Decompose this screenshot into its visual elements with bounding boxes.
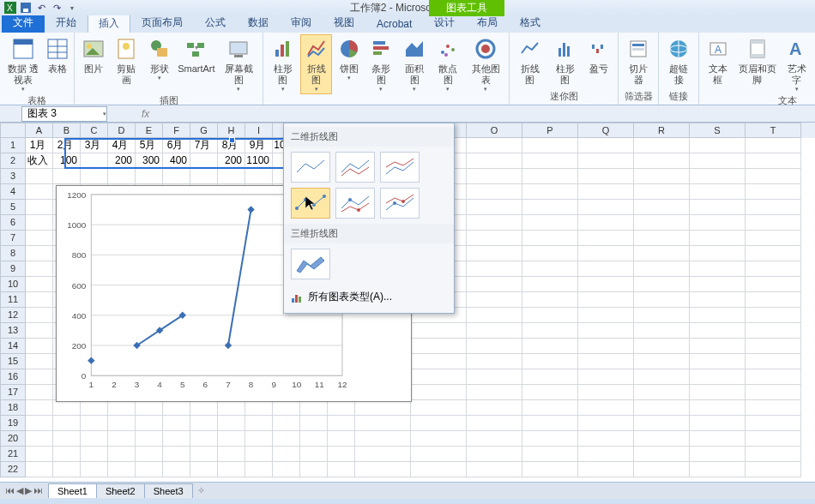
cell[interactable]	[163, 462, 190, 477]
cell[interactable]	[300, 447, 328, 462]
cell[interactable]	[467, 231, 522, 246]
cell[interactable]	[136, 169, 163, 184]
slicer-button[interactable]: 切片器	[622, 34, 655, 87]
column-header[interactable]: O	[467, 123, 522, 138]
cell[interactable]	[634, 385, 690, 400]
cell[interactable]	[578, 416, 634, 431]
row-header[interactable]: 13	[0, 323, 26, 339]
cell[interactable]	[411, 369, 467, 385]
cell[interactable]	[634, 215, 690, 231]
cell[interactable]	[746, 169, 801, 184]
cell[interactable]	[690, 277, 746, 292]
cell[interactable]	[26, 369, 53, 385]
cell[interactable]	[190, 169, 218, 184]
column-header[interactable]: D	[108, 123, 136, 138]
cell[interactable]	[522, 215, 578, 231]
cell[interactable]: 6月	[163, 138, 190, 153]
column-header[interactable]: R	[634, 123, 690, 138]
area-chart-button[interactable]: 面积图▾	[399, 34, 431, 94]
cell[interactable]	[300, 416, 328, 431]
cell[interactable]	[355, 400, 411, 416]
cell[interactable]	[690, 200, 746, 215]
cell[interactable]	[467, 308, 522, 323]
cell[interactable]	[522, 354, 578, 369]
cell[interactable]	[328, 431, 355, 447]
namebox-dropdown-icon[interactable]: ▾	[103, 111, 106, 117]
cell[interactable]	[467, 447, 522, 462]
cell[interactable]	[245, 400, 273, 416]
cell[interactable]	[26, 416, 53, 431]
cell[interactable]	[467, 184, 522, 200]
tab-insert[interactable]: 插入	[88, 14, 130, 33]
cell[interactable]	[746, 308, 801, 323]
cell[interactable]	[81, 416, 108, 431]
cell[interactable]	[467, 200, 522, 215]
bar-chart-button[interactable]: 条形图▾	[365, 34, 397, 94]
cell[interactable]	[746, 323, 801, 339]
row-header[interactable]: 1	[0, 138, 26, 153]
cell[interactable]	[746, 447, 801, 462]
cell[interactable]	[522, 339, 578, 354]
cell[interactable]	[578, 354, 634, 369]
select-all-corner[interactable]	[0, 123, 26, 138]
cell[interactable]	[218, 416, 245, 431]
cell[interactable]	[355, 416, 411, 431]
cell[interactable]	[522, 277, 578, 292]
cell[interactable]	[26, 400, 53, 416]
cell[interactable]	[355, 431, 411, 447]
cell[interactable]	[26, 169, 53, 184]
cell[interactable]	[218, 400, 245, 416]
cell[interactable]	[108, 462, 136, 477]
cell[interactable]: 100	[53, 153, 81, 169]
cell[interactable]	[746, 246, 801, 261]
cell[interactable]	[273, 400, 300, 416]
cell[interactable]: 200	[218, 153, 245, 169]
line-3d-type-1[interactable]	[291, 249, 330, 279]
cell[interactable]	[522, 153, 578, 169]
column-header[interactable]: F	[163, 123, 190, 138]
cell[interactable]: 9月	[245, 138, 273, 153]
cell[interactable]	[578, 153, 634, 169]
sheet-nav-first-icon[interactable]: ⏮	[5, 485, 15, 496]
all-chart-types-button[interactable]: 所有图表类型(A)...	[284, 285, 454, 309]
cell[interactable]	[108, 169, 136, 184]
screenshot-button[interactable]: 屏幕截图▾	[219, 34, 260, 94]
cell[interactable]	[522, 231, 578, 246]
cell[interactable]	[522, 261, 578, 277]
cell[interactable]	[328, 400, 355, 416]
row-header[interactable]: 19	[0, 416, 26, 431]
cell[interactable]	[163, 169, 190, 184]
cell[interactable]	[81, 400, 108, 416]
sheet-tab-1[interactable]: Sheet1	[48, 483, 97, 498]
row-header[interactable]: 6	[0, 215, 26, 231]
cell[interactable]	[522, 308, 578, 323]
cell[interactable]	[578, 308, 634, 323]
cell[interactable]	[411, 431, 467, 447]
cell[interactable]	[578, 369, 634, 385]
cell[interactable]	[634, 447, 690, 462]
cell[interactable]	[746, 339, 801, 354]
row-header[interactable]: 5	[0, 200, 26, 215]
other-charts-button[interactable]: 其他图表▾	[466, 34, 506, 94]
tab-chart-format[interactable]: 格式	[509, 13, 552, 33]
redo-icon[interactable]: ↷	[50, 1, 63, 15]
cell[interactable]	[218, 169, 245, 184]
cell[interactable]	[746, 261, 801, 277]
cell[interactable]	[634, 169, 690, 184]
cell[interactable]: 1月	[26, 138, 53, 153]
cell[interactable]	[467, 261, 522, 277]
cell[interactable]	[163, 400, 190, 416]
cell[interactable]	[81, 153, 108, 169]
cell[interactable]	[690, 231, 746, 246]
cell[interactable]	[690, 138, 746, 153]
cell[interactable]	[108, 400, 136, 416]
cell[interactable]	[522, 385, 578, 400]
cell[interactable]	[634, 431, 690, 447]
cell[interactable]	[690, 246, 746, 261]
cell[interactable]	[746, 431, 801, 447]
cell[interactable]	[328, 447, 355, 462]
cell[interactable]	[467, 354, 522, 369]
picture-button[interactable]: 图片	[78, 34, 108, 76]
cell[interactable]	[273, 462, 300, 477]
cell[interactable]	[300, 400, 328, 416]
